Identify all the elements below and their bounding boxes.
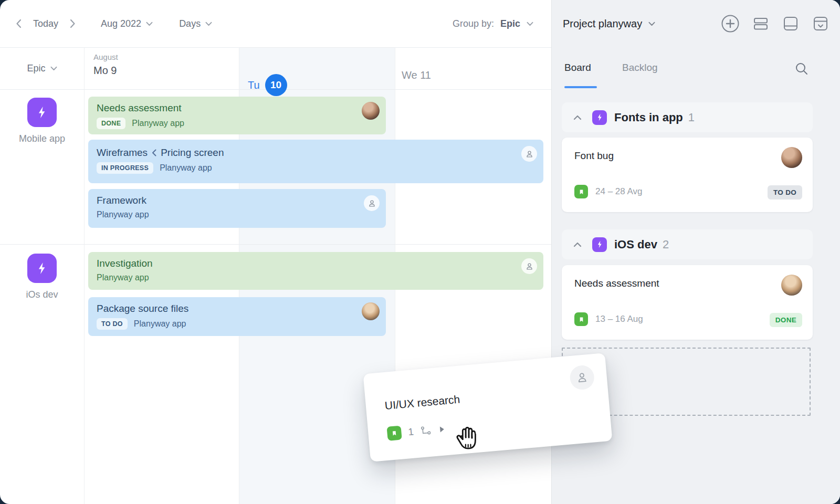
chevron-down-icon xyxy=(648,22,655,26)
search-icon xyxy=(795,62,808,76)
lightning-icon xyxy=(592,110,607,125)
card-title: UI/UX research xyxy=(384,393,460,412)
day-label: Tu xyxy=(248,79,260,91)
card-project: Planyway app xyxy=(97,210,149,219)
project-dropdown-value: Project planyway xyxy=(563,18,642,30)
card-project: Planyway app xyxy=(160,163,212,173)
avatar xyxy=(781,147,802,168)
bookmark-icon xyxy=(574,312,588,326)
person-icon xyxy=(521,258,537,274)
chevron-down-icon xyxy=(205,22,212,26)
divider xyxy=(84,47,85,504)
chevron-down-icon xyxy=(146,22,153,26)
today-date-badge: 10 xyxy=(265,74,287,96)
tab-backlog[interactable]: Backlog xyxy=(622,62,658,74)
chevron-down-icon xyxy=(50,66,57,71)
card-title: Framework xyxy=(97,195,377,206)
subtasks-icon xyxy=(420,425,432,436)
lightning-icon xyxy=(592,237,607,252)
chevron-down-icon xyxy=(527,22,533,26)
search-button[interactable] xyxy=(793,60,811,78)
board-card-needs-assessment[interactable]: Needs assessment 13 – 16 Aug DONE xyxy=(562,265,813,340)
timescale-dropdown[interactable]: Days xyxy=(179,18,212,29)
timeline-card-framework[interactable]: Framework Planyway app xyxy=(88,189,386,228)
card-project: Planyway app xyxy=(97,273,149,282)
chevron-right-icon xyxy=(70,19,76,28)
timeline-card-needs-assessment[interactable]: Needs assessment DONE Planyway app xyxy=(88,97,386,134)
lightning-icon xyxy=(27,254,57,283)
planyway-window: Today Aug 2022 Days Group by: Epic xyxy=(0,0,840,504)
epic-row-ios-dev: iOs dev xyxy=(0,254,84,300)
card-title-child: Pricing screen xyxy=(161,147,224,159)
project-header: Project planyway xyxy=(551,0,840,47)
board-section-ios-dev[interactable]: iOS dev 2 xyxy=(562,229,813,259)
board-section-fonts-in-app[interactable]: Fonts in app 1 xyxy=(562,102,813,132)
month-dropdown-value: Aug 2022 xyxy=(101,18,141,29)
day-header-we11: We 11 xyxy=(402,69,431,111)
add-task-button[interactable] xyxy=(719,12,742,35)
board-card-font-bug[interactable]: Font bug 24 – 28 Avg TO DO xyxy=(562,138,813,212)
plus-circle-icon xyxy=(721,14,740,33)
active-tab-indicator xyxy=(564,86,597,88)
timescale-dropdown-value: Days xyxy=(179,18,201,29)
rows-layout-icon xyxy=(752,15,770,33)
card-title: Font bug xyxy=(574,150,614,162)
avatar xyxy=(781,275,802,296)
card-title: Needs assessment xyxy=(574,278,659,289)
group-by-control[interactable]: Group by: Epic xyxy=(453,0,533,47)
epic-name: iOs dev xyxy=(0,289,84,300)
card-project: Planyway app xyxy=(132,119,184,128)
avatar xyxy=(362,302,380,320)
bottom-panel-layout-button[interactable] xyxy=(780,13,802,35)
status-badge: IN PROGRESS xyxy=(97,162,153,174)
person-icon xyxy=(569,364,595,391)
bookmark-icon xyxy=(386,426,402,441)
panel-toolbar xyxy=(719,0,832,47)
rows-layout-button[interactable] xyxy=(750,13,772,35)
status-badge: DONE xyxy=(770,313,802,327)
card-title: Investigation xyxy=(97,258,535,269)
chevron-up-icon xyxy=(573,242,582,247)
epic-group-selector[interactable]: Epic xyxy=(0,47,84,89)
project-dropdown[interactable]: Project planyway xyxy=(563,18,655,30)
card-title-parent: Wireframes xyxy=(97,147,148,159)
group-by-value: Epic xyxy=(500,18,520,29)
card-dates: 24 – 28 Avg xyxy=(595,186,643,197)
person-icon xyxy=(521,146,537,162)
expand-arrow-icon xyxy=(438,425,445,433)
avatar xyxy=(362,102,380,120)
status-badge: TO DO xyxy=(768,185,802,200)
prev-period-button[interactable] xyxy=(14,17,24,30)
epic-row-mobile-app: Mobile app xyxy=(0,98,84,144)
bottom-panel-icon xyxy=(782,15,800,33)
chevron-left-icon xyxy=(16,19,22,28)
epic-selector-value: Epic xyxy=(27,63,45,74)
card-project: Planyway app xyxy=(134,319,186,329)
section-title: iOS dev xyxy=(614,238,657,251)
section-title: Fonts in app xyxy=(614,111,683,124)
breadcrumb-chevron-icon xyxy=(152,149,156,156)
status-badge: TO DO xyxy=(97,318,128,330)
person-icon xyxy=(364,195,380,211)
section-count: 1 xyxy=(688,111,695,124)
timeline-card-investigation[interactable]: Investigation Planyway app xyxy=(88,252,543,290)
card-dates: 13 – 16 Aug xyxy=(595,314,643,324)
month-label: August xyxy=(93,52,118,61)
section-count: 2 xyxy=(663,238,669,251)
epic-name: Mobile app xyxy=(0,133,84,144)
group-by-label: Group by: xyxy=(453,18,494,29)
timeline-card-wireframes-pricing[interactable]: Wireframes Pricing screen IN PROGRESS Pl… xyxy=(88,140,543,183)
tab-board[interactable]: Board xyxy=(564,62,591,74)
lightning-icon xyxy=(27,98,57,127)
timeline-card-package-source-files[interactable]: Package source files TO DO Planyway app xyxy=(88,297,386,336)
today-button[interactable]: Today xyxy=(33,18,58,29)
card-title: Needs assessment xyxy=(97,102,377,114)
day-header-mo9: August Mo 9 xyxy=(93,52,118,94)
next-period-button[interactable] xyxy=(68,17,78,30)
month-dropdown[interactable]: Aug 2022 xyxy=(101,18,153,29)
day-label: We 11 xyxy=(402,69,431,81)
collapse-panel-button[interactable] xyxy=(810,13,832,35)
hand-cursor-icon xyxy=(454,424,481,456)
bookmark-icon xyxy=(574,185,588,198)
day-label: Mo 9 xyxy=(93,65,118,77)
